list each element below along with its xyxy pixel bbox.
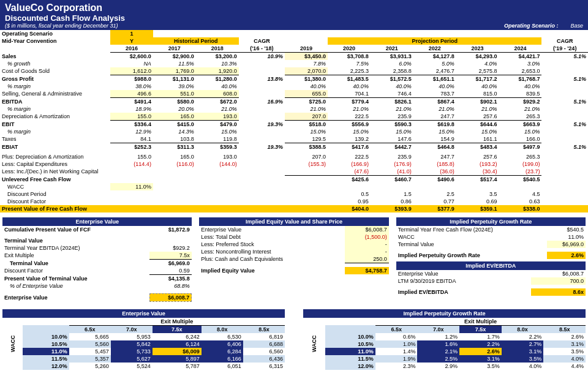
dcf-table: Operating Scenario 1 Mid-Year Convention… <box>0 30 588 212</box>
os-val: 1 <box>110 30 153 37</box>
mid-label: Mid-Year Convention <box>0 37 110 45</box>
hist-period: Historical Period <box>153 37 239 45</box>
cagr-hist: CAGR <box>239 37 285 45</box>
company-title: ValueCo Corporation <box>5 2 583 13</box>
scenario-label: Operating Scenario : <box>504 23 559 29</box>
analysis-title: Discounted Cash Flow Analysis <box>5 13 583 23</box>
ev-box: Enterprise Value Cumulative Present Valu… <box>2 217 192 302</box>
sens-perp: Implied Perpetuity Growth Rate WACC Exit… <box>303 309 586 370</box>
cagr-proj: CAGR <box>541 37 588 45</box>
perp-box: Implied Perpetuity Growth Rate Terminal … <box>396 217 586 302</box>
sens-ev: Enterprise Value WACC Exit Multiple 6.5x… <box>2 309 285 370</box>
proj-period: Projection Period <box>328 37 541 45</box>
units: ($ in millions, fiscal year ending Decem… <box>5 23 118 29</box>
scenario-value: Base <box>570 23 583 29</box>
header: ValueCo Corporation Discounted Cash Flow… <box>0 0 588 30</box>
os-label: Operating Scenario <box>0 30 110 37</box>
mid-val: Y <box>110 37 153 45</box>
eq-box: Implied Equity Value and Share Price Ent… <box>199 217 388 302</box>
